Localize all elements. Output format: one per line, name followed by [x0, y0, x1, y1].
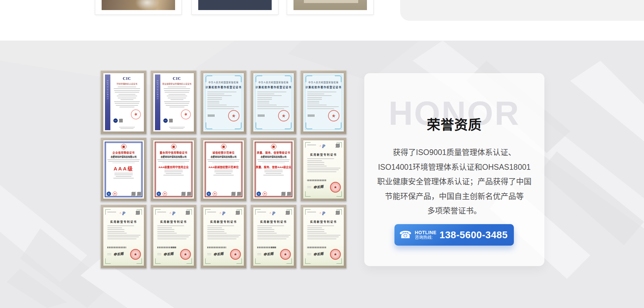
honor-card: HONOR 荣誉资质 获得了ISO9001质量管理体系认证、 ISO14001环…	[364, 73, 544, 266]
rating-text: AAA级重合同守信用企业	[156, 165, 192, 169]
fine-print-lines	[161, 87, 193, 108]
certificate-thumbnail-iso-environment[interactable]: CERTIFICATE CIC 环境管理体系认证证书 CIC	[101, 70, 147, 134]
red-round-seal-icon: ★	[330, 249, 341, 260]
honor-description: 获得了ISO9001质量管理体系认证、 ISO14001环境管理体系认证和OHS…	[376, 145, 532, 218]
fine-print-lines	[203, 225, 244, 239]
qr-code-icon	[287, 192, 291, 196]
company-name: 合肥珂玛环保科技有限公司	[156, 155, 191, 158]
description-line: ISO14001环境管理体系认证和OHSAS18001	[376, 160, 532, 175]
qr-code-icon	[231, 192, 235, 196]
certificate-title: 重合同守信用等级证书	[156, 150, 191, 154]
rating-text: AAA级诚信经营示范单位	[206, 165, 241, 169]
star-badge-icon: ★	[113, 192, 117, 196]
phone-icon: ☎	[399, 230, 412, 240]
company-name: 合肥珂玛环保科技有限公司	[256, 155, 291, 158]
cnipa-logo-icon: P	[272, 211, 275, 216]
gallery-card[interactable]	[287, 0, 374, 15]
cic-logo: CIC	[111, 76, 143, 81]
certificate-title: 实用新型专利证书	[303, 153, 344, 156]
description-line: 获得了ISO9001质量管理体系认证、	[376, 145, 532, 160]
certificate-thumbnail-patent[interactable]: P 实用新型专利证书 申长雨 ★	[301, 205, 346, 268]
qr-code-icon	[136, 211, 140, 215]
red-round-seal-icon: ★	[180, 249, 191, 260]
cnipa-logo-icon: P	[322, 144, 325, 149]
signature: 申长雨	[313, 251, 323, 257]
hotline-button[interactable]: ☎ HOTLINE 咨询热线: 138-5600-3485	[394, 224, 514, 246]
photo-excavation-green-net	[102, 0, 175, 10]
certificate-title: 实用新型专利证书	[253, 220, 294, 223]
qr-code-icon	[169, 119, 173, 122]
fine-print-lines	[111, 126, 143, 130]
star-badge-icon: ★	[213, 192, 217, 196]
certificate-thumbnail-patent[interactable]: P 实用新型专利证书 申长雨 ★	[301, 138, 346, 201]
page: CERTIFICATE CIC 环境管理体系认证证书 CIC	[0, 0, 644, 308]
certificate-thumbnail-patent[interactable]: P 实用新型专利证书 申长雨 ★	[201, 205, 247, 268]
red-emblem-icon	[271, 144, 276, 149]
qr-code-icon	[236, 211, 240, 215]
qr-code-icon	[119, 119, 123, 122]
gallery-card[interactable]	[95, 0, 182, 15]
barcode-icon	[207, 247, 226, 248]
certificate-thumbnail-ohs[interactable]: CERTIFICATE CIC 职业健康安全管理体系认证证书 CIC	[151, 70, 197, 134]
certificate-side-band: CERTIFICATE	[155, 74, 160, 130]
certificate-title: 诚信经营示范单位	[206, 150, 241, 154]
certificate-title: 职业健康安全管理体系认证证书	[162, 82, 192, 85]
certificate-title: 环境管理体系认证证书	[112, 82, 142, 85]
company-name: 合肥珂玛环保科技有限公司	[106, 155, 141, 158]
red-emblem-icon	[171, 144, 176, 149]
barcode-icon	[307, 247, 326, 248]
certificate-thumbnail-credit-rating[interactable]: 企业信用等级证书 合肥珂玛环保科技有限公司 AAA级 C ★	[101, 138, 147, 201]
qr-code-icon	[336, 144, 340, 148]
qr-code-icon	[186, 211, 190, 215]
qr-code-icon	[281, 192, 285, 196]
certificate-title: 质量、服务、信誉等级证书	[256, 150, 291, 154]
red-round-seal-icon: ★	[130, 249, 141, 260]
certificate-thumbnail-patent[interactable]: P 实用新型专利证书 申长雨 ★	[151, 205, 197, 268]
certificate-thumbnail-copyright[interactable]: 中华人民共和国国家版权局 计算机软件著作权登记证书 ★	[301, 70, 346, 134]
honor-section: CERTIFICATE CIC 环境管理体系认证证书 CIC	[0, 41, 644, 308]
qr-code-icon	[181, 192, 185, 196]
signature: 申长雨	[213, 251, 223, 257]
cnipa-logo-icon: P	[222, 211, 225, 216]
red-emblem-icon	[121, 144, 126, 149]
credit-org-icon: C	[107, 192, 111, 196]
certificate-thumbnail-copyright[interactable]: 中华人民共和国国家版权局 计算机软件著作权登记证书 ★	[201, 70, 247, 134]
star-badge-icon: ★	[263, 192, 267, 196]
cnipa-logo-icon: P	[122, 211, 125, 216]
rating-text: 质量、服务、信誉AAA级企业	[256, 165, 291, 169]
fine-print-lines	[153, 225, 194, 239]
barcode-icon	[257, 247, 276, 248]
qr-code-icon	[137, 192, 141, 196]
qr-code-icon	[237, 192, 241, 196]
barcode-icon	[307, 179, 326, 181]
certificate-thumbnail-integrity-unit[interactable]: 诚信经营示范单位 合肥珂玛环保科技有限公司 AAA级诚信经营示范单位 C ★	[201, 138, 247, 201]
certificate-thumbnail-quality-service[interactable]: 质量、服务、信誉等级证书 合肥珂玛环保科技有限公司 质量、服务、信誉AAA级企业…	[251, 138, 297, 201]
certificate-thumbnail-patent[interactable]: P 实用新型专利证书 申长雨 ★	[101, 205, 147, 268]
qr-code-icon	[286, 211, 290, 215]
certificate-thumbnail-patent[interactable]: P 实用新型专利证书 申长雨 ★	[251, 205, 297, 268]
certificate-title: 实用新型专利证书	[303, 220, 344, 223]
fine-print-lines	[111, 87, 143, 108]
signature: 申长雨	[163, 251, 173, 257]
cic-badge-icon: CIC	[163, 118, 168, 123]
company-name: 合肥珂玛环保科技有限公司	[206, 155, 241, 158]
fine-print-lines	[103, 225, 144, 239]
barcode-icon	[308, 114, 315, 117]
fine-print-lines	[253, 225, 294, 239]
hotline-number: 138-5600-3485	[439, 229, 507, 241]
certificate-side-band: CERTIFICATE	[105, 74, 110, 130]
description-line: 多项荣誉证书。	[376, 204, 532, 218]
red-round-seal-icon: ★	[330, 182, 341, 193]
credit-org-icon: C	[257, 192, 261, 196]
barcode-icon	[107, 247, 126, 248]
cnipa-logo-icon: P	[172, 211, 175, 216]
signature: 申长雨	[113, 251, 123, 257]
gallery-card[interactable]	[192, 0, 278, 15]
hotline-label-zh: 咨询热线:	[415, 235, 436, 240]
qr-code-icon	[131, 192, 136, 196]
hotline-label-en: HOTLINE	[415, 230, 436, 235]
fine-print-lines	[161, 126, 193, 130]
certificate-thumbnail-copyright[interactable]: 中华人民共和国国家版权局 计算机软件著作权登记证书 ★	[251, 70, 297, 134]
certificate-title: 企业信用等级证书	[106, 150, 141, 154]
certificate-thumbnail-contract-credit[interactable]: 重合同守信用等级证书 合肥珂玛环保科技有限公司 AAA级重合同守信用企业 C ★	[151, 138, 197, 201]
